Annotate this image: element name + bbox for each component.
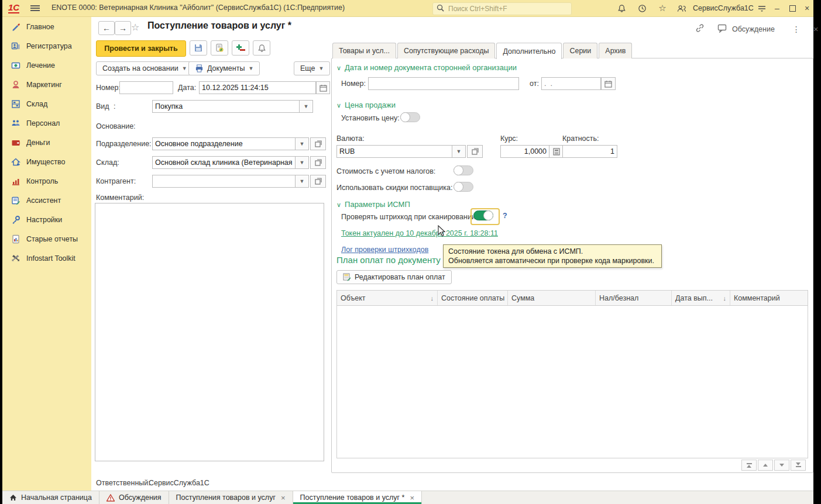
multiplicity-input[interactable] bbox=[562, 145, 617, 158]
minimize-button[interactable]: – bbox=[771, 2, 784, 14]
tax-toggle[interactable] bbox=[454, 165, 473, 175]
rate-input[interactable] bbox=[500, 145, 549, 158]
favorites-star-icon[interactable]: ☆ bbox=[657, 3, 668, 13]
taskbar-tab-discussions[interactable]: Обсуждения bbox=[99, 491, 169, 504]
sidebar-item-infostart-toolkit[interactable]: Infostart Toolkit bbox=[2, 248, 91, 268]
taskbar-tab-receipt-document[interactable]: Поступление товаров и услуг *× bbox=[293, 491, 422, 504]
notifications-bell-icon[interactable] bbox=[616, 3, 627, 13]
sidebar-item-dengi[interactable]: Деньги bbox=[2, 133, 91, 152]
maximize-button[interactable] bbox=[786, 2, 799, 14]
service-menu-icon[interactable] bbox=[756, 3, 768, 13]
scroll-down-button[interactable] bbox=[774, 460, 789, 471]
ismp-section-header[interactable]: ∨Параметры ИСМП bbox=[336, 200, 410, 209]
main-menu-icon[interactable] bbox=[30, 4, 40, 12]
close-window-button[interactable]: × bbox=[801, 2, 813, 14]
tab-tovary-i-uslugi[interactable]: Товары и усл... bbox=[332, 43, 396, 58]
documents-button[interactable]: Документы▼ bbox=[188, 61, 260, 75]
kebab-menu-icon[interactable]: ⋮ bbox=[792, 25, 801, 34]
search-input[interactable] bbox=[447, 4, 555, 13]
date-input[interactable] bbox=[199, 81, 316, 94]
forward-button[interactable]: → bbox=[115, 21, 131, 35]
post-document-button[interactable] bbox=[211, 40, 228, 56]
column-header-amount[interactable]: Сумма bbox=[508, 291, 596, 305]
help-question-icon[interactable]: ? bbox=[503, 212, 507, 220]
currency-dropdown-icon[interactable]: ▼ bbox=[452, 145, 466, 158]
edit-payment-plan-button[interactable]: Редактировать план оплат bbox=[336, 270, 452, 284]
doc-section-header[interactable]: ∨Дата и номер документа сторонней органи… bbox=[336, 63, 517, 72]
supplier-discount-toggle[interactable] bbox=[454, 182, 473, 192]
users-icon[interactable] bbox=[676, 3, 688, 13]
tab-serii[interactable]: Серии bbox=[563, 43, 597, 58]
token-status-link[interactable]: Токен актуален до 10 декабря 2025 г. 18:… bbox=[341, 229, 498, 237]
create-based-on-button[interactable]: Создать на основании▼ bbox=[96, 61, 194, 75]
ext-date-calendar-icon[interactable] bbox=[601, 77, 616, 90]
post-and-close-button[interactable]: Провести и закрыть bbox=[96, 40, 186, 57]
current-user[interactable]: СервисСлужба1С bbox=[693, 4, 754, 12]
discussion-icon[interactable] bbox=[717, 24, 727, 34]
counterparty-open-icon[interactable] bbox=[310, 175, 326, 188]
sidebar-item-kontrol[interactable]: Контроль bbox=[2, 171, 91, 191]
column-header-payment-date[interactable]: Дата вып...↓ bbox=[672, 291, 730, 305]
department-open-icon[interactable] bbox=[310, 137, 326, 150]
currency-open-icon[interactable] bbox=[467, 145, 483, 158]
scroll-up-button[interactable] bbox=[758, 460, 773, 471]
payment-plan-empty-body[interactable] bbox=[337, 306, 808, 458]
global-search[interactable] bbox=[432, 2, 572, 15]
number-input[interactable] bbox=[119, 81, 173, 94]
counterparty-select[interactable] bbox=[152, 175, 296, 188]
close-tab-icon[interactable]: × bbox=[281, 493, 286, 502]
sidebar-item-starye-otchety[interactable]: Старые отчеты bbox=[2, 229, 91, 248]
sidebar-item-glavnoe[interactable]: Главное bbox=[2, 17, 91, 36]
close-tab-icon[interactable]: × bbox=[410, 493, 414, 502]
more-button[interactable]: Еще▼ bbox=[294, 61, 330, 75]
counterparty-dropdown-icon[interactable]: ▼ bbox=[295, 175, 309, 188]
department-dropdown-icon[interactable]: ▼ bbox=[295, 137, 309, 150]
set-price-toggle[interactable] bbox=[400, 112, 420, 122]
column-header-payment-state[interactable]: Состояние оплаты bbox=[438, 291, 508, 305]
sidebar-item-assistent[interactable]: Ассистент bbox=[2, 191, 91, 210]
ext-date-input[interactable] bbox=[541, 77, 601, 90]
taskbar-tab-home[interactable]: Начальная страница bbox=[2, 491, 99, 504]
scroll-to-bottom-button[interactable] bbox=[791, 460, 806, 471]
copy-link-icon[interactable] bbox=[695, 23, 705, 34]
column-header-cash-noncash[interactable]: Нал/безнал bbox=[596, 291, 672, 305]
favorite-star-icon[interactable]: ☆ bbox=[131, 22, 139, 33]
notify-button[interactable] bbox=[253, 40, 270, 56]
sidebar-item-sklad[interactable]: Склад bbox=[2, 94, 91, 113]
kind-dropdown-icon[interactable]: ▼ bbox=[299, 100, 313, 113]
kind-select[interactable] bbox=[152, 100, 300, 113]
sidebar-item-marketing[interactable]: Маркетинг bbox=[2, 75, 91, 94]
barcode-log-link[interactable]: Лог проверки штрихкодов bbox=[341, 246, 428, 254]
change-quantity-button[interactable] bbox=[232, 40, 249, 56]
discussion-label[interactable]: Обсуждение bbox=[732, 25, 775, 33]
scroll-to-top-button[interactable] bbox=[741, 460, 757, 471]
check-barcode-toggle[interactable] bbox=[473, 210, 493, 220]
warehouse-open-icon[interactable] bbox=[310, 156, 326, 169]
calendar-icon[interactable] bbox=[316, 81, 330, 94]
save-button[interactable] bbox=[190, 40, 207, 56]
sidebar-item-lechenie[interactable]: Лечение bbox=[2, 56, 91, 75]
tab-arkhiv[interactable]: Архив bbox=[599, 43, 632, 58]
comment-textarea[interactable] bbox=[95, 203, 324, 461]
tab-soputstvuyushchie-raskhody[interactable]: Сопутствующие расходы bbox=[397, 43, 495, 58]
taskbar-tab-receipts-list[interactable]: Поступления товаров и услуг× bbox=[169, 491, 293, 504]
department-select[interactable] bbox=[152, 137, 296, 150]
sidebar-item-nastroyki[interactable]: Настройки bbox=[2, 210, 91, 229]
warehouse-select[interactable] bbox=[152, 156, 296, 169]
column-header-object[interactable]: Объект↓ bbox=[337, 291, 438, 305]
tab-dopolnitelno[interactable]: Дополнительно bbox=[496, 43, 562, 59]
ext-number-input[interactable] bbox=[368, 77, 519, 90]
sidebar-item-personal[interactable]: Персонал bbox=[2, 113, 91, 133]
warehouse-dropdown-icon[interactable]: ▼ bbox=[295, 156, 309, 169]
chevron-down-icon: ▼ bbox=[318, 65, 324, 71]
sort-desc-icon: ↓ bbox=[431, 295, 434, 302]
column-header-comment[interactable]: Комментарий bbox=[730, 291, 808, 305]
sidebar-item-registratura[interactable]: Регистратура bbox=[2, 36, 91, 56]
back-button[interactable]: ← bbox=[98, 21, 115, 35]
history-icon[interactable] bbox=[636, 3, 648, 13]
close-form-icon[interactable]: × bbox=[813, 24, 819, 34]
calculator-icon[interactable] bbox=[549, 145, 564, 158]
price-section-header[interactable]: ∨Цена продажи bbox=[336, 101, 396, 109]
sidebar-item-imushchestvo[interactable]: Имущество bbox=[2, 152, 91, 171]
currency-select[interactable] bbox=[336, 145, 452, 158]
